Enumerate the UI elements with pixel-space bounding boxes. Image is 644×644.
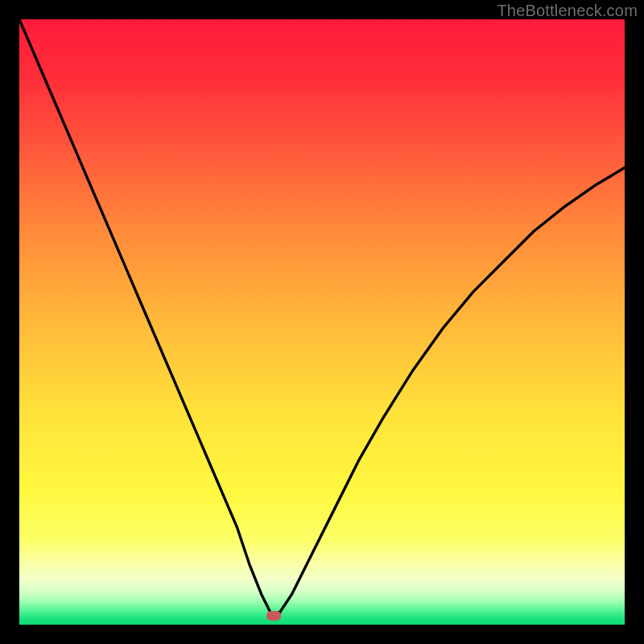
watermark-text: TheBottleneck.com xyxy=(497,2,638,20)
chart-frame: TheBottleneck.com xyxy=(0,0,644,644)
plot-area xyxy=(19,19,625,625)
minimum-marker xyxy=(266,611,281,621)
bottleneck-curve xyxy=(19,19,625,625)
